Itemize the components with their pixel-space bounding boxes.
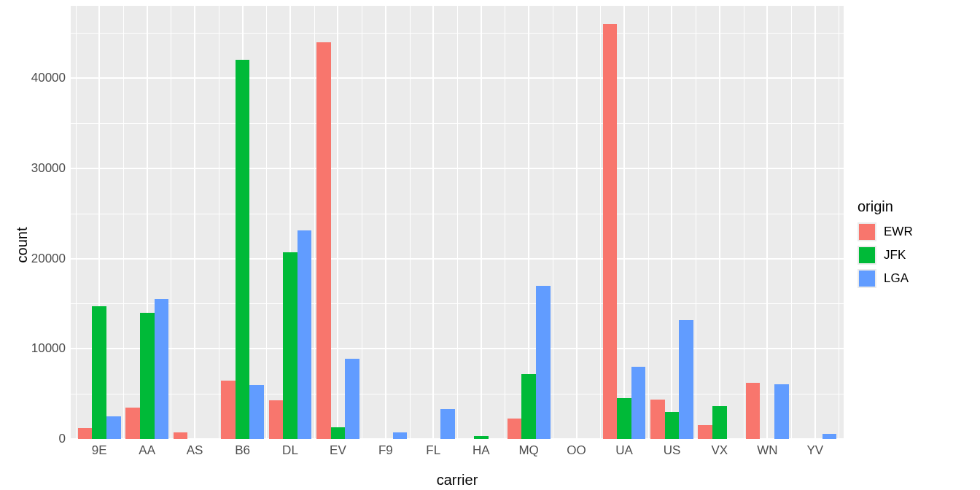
legend-label: JFK [884, 248, 906, 262]
x-tick-label: DL [282, 443, 298, 458]
y-tick-label: 30000 [0, 161, 66, 176]
bar [508, 419, 522, 439]
bar [617, 398, 631, 439]
bar [679, 320, 693, 439]
x-tick-label: F9 [378, 443, 393, 458]
gridline-v-minor [171, 6, 171, 439]
gridline-v [481, 6, 482, 439]
x-tick-label: WN [757, 443, 777, 458]
x-tick-label: AA [139, 443, 155, 458]
bar [221, 381, 236, 439]
x-tick-label: AS [187, 443, 203, 458]
gridline-v-minor [839, 6, 839, 439]
bar [316, 42, 331, 440]
gridline-v [766, 6, 768, 439]
bar [174, 432, 188, 439]
gridline-v-minor [123, 6, 124, 439]
x-tick-label: US [664, 443, 681, 458]
gridline-v [385, 6, 386, 439]
gridline-v-minor [314, 6, 315, 439]
x-tick-label: FL [426, 443, 440, 458]
x-tick-label: 9E [92, 443, 107, 458]
bar [298, 230, 312, 439]
legend-title: origin [858, 198, 974, 215]
legend-label: EWR [884, 225, 913, 239]
x-axis-tick-labels: 9EAAASB6DLEVF9FLHAMQOOUAUSVXWNYV [71, 443, 844, 465]
gridline-v [623, 6, 625, 439]
bar [746, 383, 761, 439]
x-tick-label: VX [712, 443, 728, 458]
bar [631, 367, 646, 439]
gridline-v-minor [553, 6, 553, 439]
x-tick-label: EV [330, 443, 346, 458]
bar [698, 425, 712, 439]
gridline-v-minor [505, 6, 505, 439]
bar [536, 286, 551, 439]
gridline-v-minor [219, 6, 219, 439]
legend-item: JFK [858, 246, 974, 265]
x-tick-label: UA [615, 443, 633, 458]
legend-key-icon [858, 246, 876, 265]
gridline-v [719, 6, 720, 439]
gridline-v [671, 6, 672, 439]
y-tick-label: 20000 [0, 252, 66, 266]
bar [665, 412, 680, 439]
bar [650, 400, 665, 439]
bar [393, 432, 408, 439]
bar [822, 434, 837, 439]
bar [603, 24, 618, 439]
bar [92, 306, 106, 439]
x-tick-label: YV [806, 443, 823, 458]
gridline-v [814, 6, 816, 439]
gridline-v [194, 6, 195, 439]
gridline-v-minor [362, 6, 362, 439]
legend-key-icon [858, 269, 876, 288]
x-tick-label: B6 [235, 443, 250, 458]
y-tick-label: 10000 [0, 341, 66, 356]
y-tick-label: 0 [0, 432, 66, 446]
bar [269, 400, 284, 439]
bar [474, 436, 489, 439]
bar [155, 299, 169, 439]
bar [440, 409, 455, 439]
bar [140, 313, 155, 439]
bar [712, 406, 727, 439]
bar [106, 416, 121, 439]
gridline-v-minor [76, 6, 77, 439]
bar [283, 252, 298, 439]
x-tick-label: OO [567, 443, 586, 458]
legend-item: EWR [858, 222, 974, 241]
y-tick-label: 40000 [0, 71, 66, 85]
legend-key-icon [858, 222, 876, 241]
gridline-v [576, 6, 578, 439]
plot-panel [71, 6, 844, 439]
bar [521, 374, 536, 439]
x-tick-label: MQ [518, 443, 538, 458]
legend-label: LGA [884, 271, 909, 286]
gridline-v-minor [266, 6, 267, 439]
gridline-v-minor [648, 6, 649, 439]
gridline-v-minor [744, 6, 744, 439]
chart-figure: count 010000200003000040000 9EAAASB6DLEV… [0, 0, 980, 490]
gridline-v [337, 6, 338, 439]
bar [236, 60, 250, 439]
gridline-v-minor [696, 6, 696, 439]
gridline-v-minor [791, 6, 792, 439]
legend: origin EWRJFKLGA [858, 0, 974, 490]
gridline-v-minor [600, 6, 601, 439]
bar [249, 385, 264, 439]
y-axis-tick-labels: 010000200003000040000 [0, 6, 66, 439]
x-axis-title: carrier [71, 472, 844, 489]
gridline-v [432, 6, 434, 439]
bar [125, 408, 140, 439]
bar [345, 359, 359, 439]
gridline-v-minor [457, 6, 458, 439]
bar [78, 428, 93, 439]
bar [331, 427, 346, 439]
bar [774, 384, 789, 439]
legend-item: LGA [858, 269, 974, 288]
gridline-v-minor [410, 6, 411, 439]
x-tick-label: HA [472, 443, 490, 458]
